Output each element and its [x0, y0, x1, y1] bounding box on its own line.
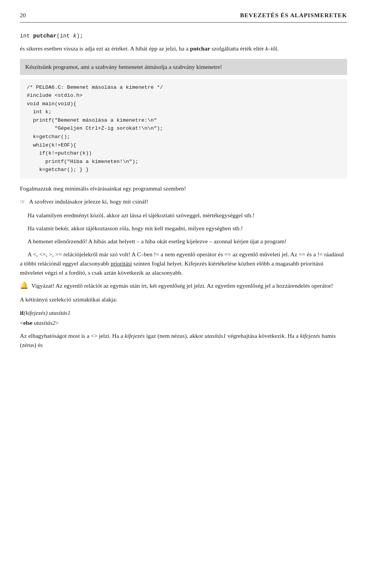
page: 20 BEVEZETÉS ÉS ALAPISMERETEK int putcha… [0, 0, 367, 588]
if-line-1: if(kifejezés) utasítás1 [20, 308, 347, 318]
if-expression: (kifejezés) [23, 309, 47, 316]
page-header: 20 BEVEZETÉS ÉS ALAPISMERETEK [20, 11, 347, 23]
highlight-text: Készítsünk programot, ami a szabvány bem… [25, 64, 222, 70]
code-content: /* PELDA6.C: Bemenet másolása a kimenetr… [27, 85, 163, 173]
italic-kifejezes1: kifejezés [125, 332, 145, 339]
else-statement2: utasítás2 [34, 319, 55, 326]
func-params: (int k); [57, 33, 83, 39]
keyword-int: int [20, 33, 33, 39]
italic-utasitas1: utasítás1 [205, 332, 226, 339]
func-name: putchar [33, 32, 57, 39]
intro-function: int putchar(int k); [20, 31, 347, 40]
note-item-1: ☞ A szoftver indulásakor jelezze ki, hog… [20, 197, 347, 207]
page-title: BEVEZETÉS ÉS ALAPISMERETEK [240, 11, 347, 20]
warning-text: Vigyázat! Az egyenlő relációt az egymás … [31, 281, 333, 290]
hand-icon: ☞ [20, 197, 25, 207]
note-text-4: A bemenet ellenőrzendő! A hibás adat hel… [20, 237, 347, 246]
paragraph-elhagyhatosag: Az elhagyhatóságot most is a <> jelzi. H… [20, 331, 347, 350]
italic-kifejezes2: kifejezés [300, 332, 320, 339]
warning-icon: 🔔 [20, 280, 28, 291]
highlight-box: Készítsünk programot, ami a szabvány bem… [20, 59, 347, 75]
paragraph-fogalmazzuk: Fogalmazzuk meg minimális elvárásainkat … [20, 184, 347, 193]
code-block: /* PELDA6.C: Bemenet másolása a kimenetr… [20, 79, 347, 179]
note-text-3: Ha valamit bekér, akkor tájékoztasson ró… [20, 224, 347, 233]
if-statement1: utasítás1 [49, 309, 70, 316]
paragraph-relacio: A <, <=, >, >= relációjelekről már szó v… [20, 250, 347, 277]
intro-line2: és sikeres esetben vissza is adja ezt az… [20, 44, 347, 53]
note-text-2: Ha valamilyen eredményt közöl, akkor azt… [20, 211, 347, 220]
note-text-1: A szoftver indulásakor jelezze ki, hogy … [29, 197, 148, 206]
if-block-syntax: if(kifejezés) utasítás1 <else utasítás2> [20, 308, 347, 328]
italic-k: k [265, 45, 268, 52]
paragraph-ketirany: A kétirányú szelekció szintaktikai alakj… [20, 295, 347, 304]
warning-item: 🔔 Vigyázat! Az egyenlő relációt az egymá… [20, 281, 347, 291]
if-line-2: <else utasítás2> [20, 318, 347, 328]
bold-putchar: putchar [190, 45, 210, 52]
else-keyword: else [23, 319, 32, 326]
underline-prioritasi: prioritási [110, 260, 132, 267]
page-number: 20 [20, 11, 26, 20]
